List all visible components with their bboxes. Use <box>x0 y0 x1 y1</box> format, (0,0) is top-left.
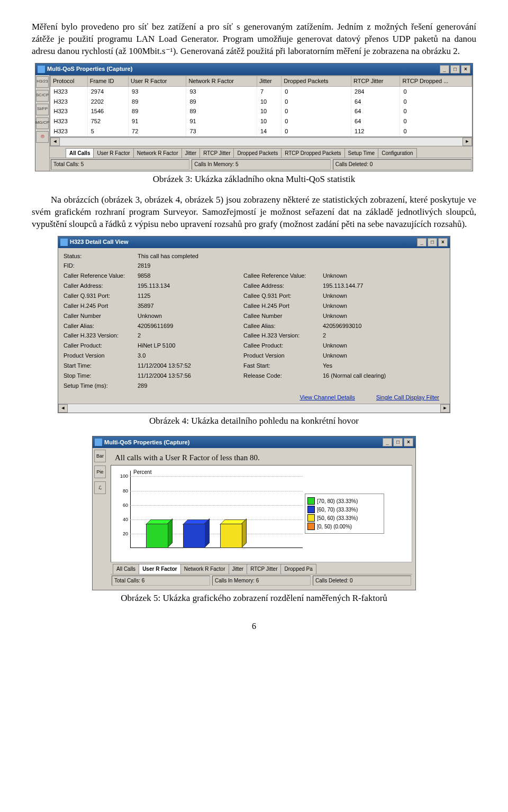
cell: 64 <box>351 106 400 116</box>
field-value: 289 <box>138 382 243 390</box>
column-header[interactable]: RTCP Jitter <box>351 76 400 86</box>
detail-row: Start Time:11/12/2004 13:57:52Fast Start… <box>64 361 444 371</box>
tab[interactable]: Setup Time <box>344 148 379 158</box>
column-header[interactable]: RTCP Dropped ... <box>400 76 472 86</box>
column-header[interactable]: Network R Factor <box>186 76 257 86</box>
minimize-button[interactable]: _ <box>383 438 392 446</box>
side-btn-sccp[interactable]: SC/CP <box>36 90 49 102</box>
field-value: HiNet LP 5100 <box>138 342 243 350</box>
field-label <box>243 252 323 260</box>
tab[interactable]: Jitter <box>229 564 248 574</box>
view-channel-link[interactable]: View Channel Details <box>300 394 355 402</box>
chart-side-toolbar: Bar Pie ℒ <box>93 448 107 590</box>
scroll-right-icon[interactable]: ► <box>462 138 472 146</box>
table-row[interactable]: H32322028989100640 <box>51 97 472 107</box>
y-tick-label: 40 <box>114 516 128 523</box>
tab[interactable]: Network R Factor <box>133 148 182 158</box>
side-btn-sifp[interactable]: SI/FP <box>36 104 49 115</box>
scroll-right-icon[interactable]: ► <box>440 404 450 413</box>
close-button[interactable]: × <box>404 438 413 446</box>
scroll-left-icon[interactable]: ◄ <box>50 138 60 146</box>
maximize-button[interactable]: □ <box>393 438 403 446</box>
tab[interactable]: Jitter <box>182 148 201 158</box>
pie-button[interactable]: Pie <box>94 466 106 478</box>
tab[interactable]: All Calls <box>66 148 94 158</box>
field-label: Caller Alias: <box>64 322 138 330</box>
field-value <box>323 382 444 390</box>
field-value: Unknown <box>323 342 444 350</box>
minimize-button[interactable]: _ <box>417 238 427 247</box>
tab[interactable]: Configuration <box>378 148 416 158</box>
h-scrollbar[interactable]: ◄ ► <box>58 404 450 413</box>
tab[interactable]: User R Factor <box>139 564 181 574</box>
field-value: 11/12/2004 13:57:52 <box>138 362 243 370</box>
field-value: 2 <box>138 332 243 340</box>
field-label <box>243 382 323 390</box>
maximize-button[interactable]: □ <box>450 65 460 74</box>
field-value: 16 (Normal call clearing) <box>323 372 444 380</box>
minimize-button[interactable]: _ <box>440 65 449 74</box>
status-total: Total Calls: 5 <box>51 159 189 170</box>
column-header[interactable]: Dropped Packets <box>282 76 351 86</box>
close-button[interactable]: × <box>438 238 448 247</box>
table-row[interactable]: H32315468989100640 <box>51 106 472 116</box>
column-header[interactable]: Frame ID <box>87 76 128 86</box>
tab[interactable]: Dropped Packets <box>233 148 282 158</box>
tab[interactable]: Network R Factor <box>180 564 229 574</box>
cell: 93 <box>186 86 257 96</box>
scroll-left-icon[interactable]: ◄ <box>58 404 68 413</box>
tab[interactable]: All Calls <box>113 564 139 574</box>
maximize-button[interactable]: □ <box>428 238 437 247</box>
field-label: Release Code: <box>243 372 323 380</box>
cell: 64 <box>351 97 400 107</box>
table-row[interactable]: H323572731401120 <box>51 126 472 136</box>
column-header[interactable]: Protocol <box>51 76 88 86</box>
titlebar[interactable]: Multi-QoS Properties (Capture) _ □ × <box>93 436 415 448</box>
status-memory: Calls In Memory: 6 <box>212 576 311 586</box>
bottom-tabs: All CallsUser R FactorNetwork R FactorJi… <box>111 562 412 574</box>
side-btn-rec[interactable]: ◎ <box>36 131 49 143</box>
table-row[interactable]: H32329749393702840 <box>51 86 472 96</box>
window-icon <box>60 239 68 246</box>
cell: H323 <box>51 116 88 126</box>
cell: 89 <box>129 97 186 107</box>
window-title: Multi-QoS Properties (Capture) <box>104 439 189 446</box>
bar-button[interactable]: Bar <box>94 450 106 462</box>
close-button[interactable]: × <box>461 65 470 74</box>
titlebar[interactable]: Multi-QoS Properties (Capture) _ □ × <box>35 63 473 75</box>
bottom-tabs: All CallsUser R FactorNetwork R FactorJi… <box>50 147 473 158</box>
column-header[interactable]: Jitter <box>257 76 281 86</box>
script-button[interactable]: ℒ <box>94 481 106 494</box>
y-tick-label: 20 <box>114 531 128 537</box>
side-toolbar: H3/23 SC/CP SI/FP MG/CP ◎ <box>35 75 50 171</box>
side-btn-mgcp[interactable]: MG/CP <box>36 117 49 129</box>
figure3-caption: Obrázek 3: Ukázka základního okna Multi-… <box>32 174 476 186</box>
field-label: Fast Start: <box>243 362 323 370</box>
cell: 0 <box>282 116 351 126</box>
detail-row: Status:This call has completed <box>64 251 444 261</box>
side-btn-h323[interactable]: H3/23 <box>36 76 49 88</box>
table-row[interactable]: H3237529191100640 <box>51 116 472 126</box>
detail-body: Status:This call has completedFID:2819Ca… <box>58 248 450 392</box>
detail-row: Stop Time:11/12/2004 13:57:56Release Cod… <box>64 371 444 381</box>
detail-row: Caller NumberUnknownCallee NumberUnknown <box>64 311 444 321</box>
legend-item: [60, 70) (33.33%) <box>307 506 382 513</box>
single-call-filter-link[interactable]: Single Call Display Filter <box>376 394 439 402</box>
tab[interactable]: RTCP Jitter <box>199 148 234 158</box>
field-value: Unknown <box>138 312 243 320</box>
cell: 64 <box>351 116 400 126</box>
chart-legend: [70, 80) (33.33%)[60, 70) (33.33%)[50, 6… <box>305 494 384 534</box>
titlebar[interactable]: H323 Detail Call View _ □ × <box>58 236 450 248</box>
tab[interactable]: RTCP Jitter <box>247 564 281 574</box>
detail-row: Caller H.323 Version:2Callee H.323 Versi… <box>64 331 444 341</box>
legend-label: [50, 60) (33.33%) <box>317 515 358 522</box>
field-label: Caller Number <box>64 312 138 320</box>
field-value: 35897 <box>138 302 243 310</box>
tab[interactable]: User R Factor <box>93 148 133 158</box>
legend-swatch-icon <box>307 514 315 522</box>
tab[interactable]: RTCP Dropped Packets <box>281 148 344 158</box>
field-label: Callee Number <box>243 312 323 320</box>
tab[interactable]: Dropped Pa <box>280 564 316 574</box>
h-scrollbar[interactable]: ◄ ► <box>50 137 473 147</box>
column-header[interactable]: User R Factor <box>129 76 186 86</box>
